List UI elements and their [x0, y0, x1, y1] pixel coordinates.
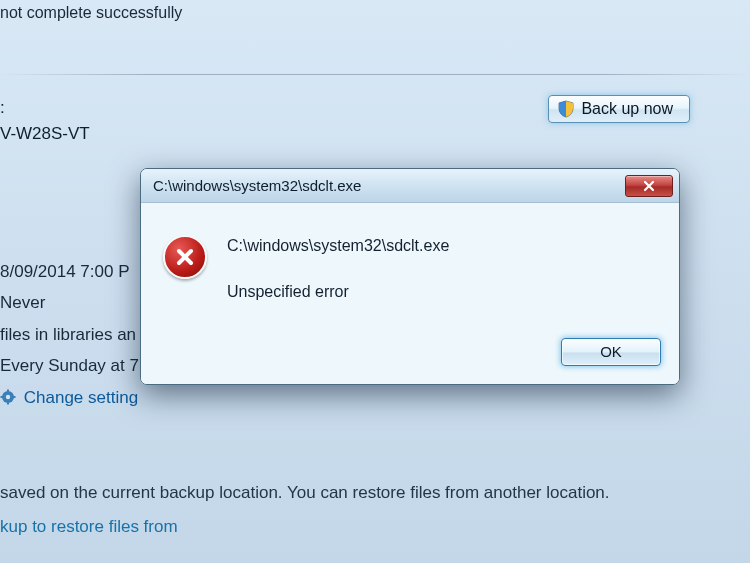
svg-point-1: [6, 395, 10, 399]
section-divider: [0, 74, 750, 75]
svg-rect-3: [7, 401, 9, 404]
svg-rect-2: [7, 389, 9, 392]
dialog-titlebar[interactable]: C:\windows\system32\sdclt.exe: [141, 169, 679, 203]
back-up-now-label: Back up now: [581, 100, 673, 118]
close-button[interactable]: [625, 175, 673, 197]
dialog-message: C:\windows\system32\sdclt.exe Unspecifie…: [227, 235, 449, 304]
restore-browse-link[interactable]: kup to restore files from: [0, 517, 750, 537]
change-settings-link[interactable]: Change setting: [24, 388, 138, 407]
shield-icon: [557, 100, 575, 118]
restore-description: saved on the current backup location. Yo…: [0, 483, 750, 503]
gear-icon: [0, 384, 16, 400]
dialog-title: C:\windows\system32\sdclt.exe: [153, 177, 361, 194]
close-icon: [642, 180, 656, 192]
svg-rect-4: [1, 396, 4, 398]
error-icon: [163, 235, 207, 279]
svg-rect-5: [13, 396, 16, 398]
dialog-message-error: Unspecified error: [227, 281, 449, 303]
dialog-message-path: C:\windows\system32\sdclt.exe: [227, 235, 449, 257]
back-up-now-button[interactable]: Back up now: [548, 95, 690, 123]
restore-info: saved on the current backup location. Yo…: [0, 483, 750, 537]
ok-button[interactable]: OK: [561, 338, 661, 366]
error-dialog: C:\windows\system32\sdclt.exe C:\windows…: [140, 168, 680, 385]
status-message: not complete successfully: [0, 0, 750, 26]
device-name: V-W28S-VT: [0, 121, 90, 147]
device-label-suffix: :: [0, 95, 90, 121]
device-info: : V-W28S-VT: [0, 95, 90, 146]
